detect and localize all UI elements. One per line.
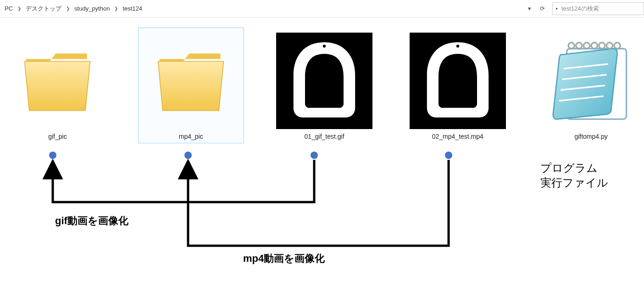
- notepad-icon: [543, 33, 639, 129]
- image-thumbnail: [276, 33, 372, 129]
- address-dropdown-button[interactable]: ▾: [523, 3, 536, 15]
- file-item-mp4_pic[interactable]: mp4_pic: [138, 28, 244, 143]
- svg-point-3: [456, 45, 459, 47]
- svg-point-10: [576, 43, 582, 49]
- file-item-02_mp4_test[interactable]: 02_mp4_test.mp4: [405, 28, 511, 143]
- file-item-01_gif_test[interactable]: 01_gif_test.gif: [272, 28, 378, 143]
- annotation-dot: [184, 152, 192, 159]
- annotation-gif-label: gif動画を画像化: [55, 214, 128, 228]
- file-item-giftomp4[interactable]: giftomp4.py: [538, 28, 644, 143]
- search-icon: ⦁: [555, 5, 558, 12]
- svg-point-14: [606, 43, 612, 49]
- annotation-dot: [49, 152, 56, 159]
- refresh-button[interactable]: ⟳: [536, 3, 549, 15]
- address-bar-controls: ▾ ⟳: [523, 3, 549, 15]
- svg-point-9: [568, 43, 574, 49]
- file-label: giftomp4.py: [574, 133, 607, 140]
- breadcrumb-item-test124[interactable]: test124: [121, 4, 144, 13]
- folder-icon: [9, 33, 105, 129]
- annotation-dot: [445, 152, 452, 159]
- search-placeholder: test124の検索: [561, 5, 599, 13]
- file-label: 01_gif_test.gif: [304, 133, 344, 140]
- address-bar: PC ❯ デスクトップ ❯ study_python ❯ test124 ▾ ⟳…: [0, 0, 644, 17]
- video-thumbnail: [410, 33, 506, 129]
- file-label: mp4_pic: [179, 133, 203, 140]
- file-item-gif_pic[interactable]: gif_pic: [5, 28, 111, 143]
- chevron-down-icon: ▾: [528, 5, 531, 12]
- svg-point-13: [599, 43, 605, 49]
- search-input[interactable]: ⦁ test124の検索: [552, 2, 644, 15]
- chevron-right-icon: ❯: [65, 6, 71, 11]
- chevron-right-icon: ❯: [113, 6, 119, 11]
- breadcrumb[interactable]: PC ❯ デスクトップ ❯ study_python ❯ test124: [0, 4, 523, 14]
- svg-point-12: [591, 43, 597, 49]
- file-items: gif_pic mp4_pic 01_gif_test.gif: [0, 28, 644, 143]
- file-label: gif_pic: [48, 133, 67, 140]
- breadcrumb-item-studypython[interactable]: study_python: [72, 4, 111, 13]
- svg-point-15: [614, 43, 620, 49]
- annotation-mp4-label: mp4動画を画像化: [243, 252, 325, 265]
- file-label: 02_mp4_test.mp4: [432, 133, 483, 140]
- chevron-right-icon: ❯: [17, 6, 22, 11]
- folder-icon: [143, 33, 239, 129]
- breadcrumb-item-pc[interactable]: PC: [3, 4, 15, 13]
- annotation-program-label: プログラム 実行ファイル: [540, 161, 608, 191]
- breadcrumb-item-desktop[interactable]: デスクトップ: [24, 4, 63, 14]
- svg-point-11: [583, 43, 589, 49]
- refresh-icon: ⟳: [540, 5, 545, 12]
- annotation-dot: [311, 152, 318, 159]
- svg-point-1: [323, 45, 326, 47]
